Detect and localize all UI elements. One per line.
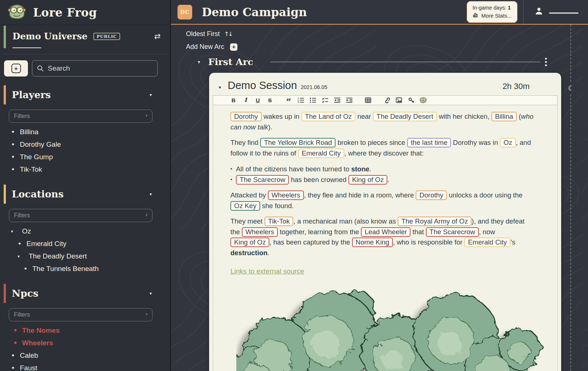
tool-check-list-icon[interactable]: [319, 96, 331, 105]
search-icon: [37, 65, 44, 74]
entity-tag-player[interactable]: Billina: [491, 112, 517, 121]
arc-content: Oldest First ↑↓ Add New Arc + ▾ First Ar…: [171, 25, 588, 371]
players-filters-input[interactable]: [9, 110, 153, 123]
plus-icon: +: [11, 64, 21, 73]
entity-tag-npc[interactable]: King of Oz: [348, 175, 387, 185]
entity-tag-player[interactable]: Tik-Tok: [265, 217, 294, 226]
add-arc-label: Add New Arc: [186, 43, 224, 51]
locations-filters-input[interactable]: [9, 209, 153, 222]
tool-bullet-list-icon[interactable]: [307, 96, 319, 105]
session-editor[interactable]: Dorothy wakes up in The Land of Oz near …: [213, 105, 557, 371]
tool-table-icon[interactable]: [362, 96, 374, 105]
entity-tag-player[interactable]: The Royal Army of Oz: [398, 217, 472, 226]
entity-tag-location[interactable]: Emerald City: [464, 238, 510, 247]
bullet-icon: •: [11, 141, 17, 148]
entity-tag-npc[interactable]: The Scarecrow: [426, 227, 479, 237]
bullet-icon: •: [230, 174, 236, 185]
item-label: Emerald City: [26, 240, 67, 248]
entity-tag-npc[interactable]: Wheelers: [242, 227, 278, 237]
sort-label: Oldest First: [186, 30, 220, 38]
sidebar-sections: Players▾›•Billina•Dorothy Gale•The Gump•…: [0, 85, 170, 371]
bullet-icon: •: [11, 352, 17, 359]
tool-outdent-icon[interactable]: [331, 96, 343, 105]
chevron-right-icon: ›: [146, 112, 148, 119]
app-title: Lore Frog: [33, 6, 97, 19]
tool-key-icon[interactable]: [405, 96, 417, 105]
night-mode-moon-icon[interactable]: ☾: [567, 83, 575, 94]
locations-item[interactable]: •The Tunnels Beneath: [0, 263, 170, 275]
search-input[interactable]: [32, 60, 158, 76]
locations-item[interactable]: ▾Oz: [0, 225, 170, 238]
sidebar: Lore Frog Demo Universe PUBLIC ⇄ +: [0, 0, 171, 371]
section-collapse-caret[interactable]: ▾: [150, 192, 152, 197]
tool-strikethrough-icon[interactable]: S: [264, 96, 276, 105]
chevron-right-icon: ›: [146, 310, 148, 317]
stats-box[interactable]: In-game days: 1 More Stats...: [467, 1, 517, 23]
entity-tag-npc[interactable]: Nome King: [352, 238, 393, 247]
tree-caret-icon: ▾: [18, 254, 24, 258]
locations-item[interactable]: •Emerald City: [0, 238, 170, 250]
entity-tag-npc[interactable]: Wheelers: [268, 190, 304, 200]
universe-block: Demo Universe PUBLIC ⇄: [0, 26, 170, 48]
npcs-item[interactable]: •Caleb: [0, 349, 170, 362]
tree-caret-icon: ▾: [11, 229, 17, 233]
entity-tag-item[interactable]: Oz Key: [230, 201, 260, 211]
campaign-title: Demo Campaign: [202, 6, 307, 19]
bar-chart-icon: [473, 12, 478, 20]
arc-row: ▾ First Arc: [186, 57, 588, 67]
npcs-item[interactable]: •Wheelers: [0, 337, 170, 349]
session-card: ▾ Demo Session 2021.06.05 2h 30m BIUS”12…: [209, 73, 561, 371]
entity-tag-location[interactable]: The Land of Oz: [301, 112, 356, 121]
tool-link-icon[interactable]: [381, 96, 393, 105]
npcs-item[interactable]: •Faust: [0, 362, 170, 371]
entity-tag-npc[interactable]: King of Oz: [230, 238, 269, 247]
add-entity-button[interactable]: +: [4, 60, 28, 76]
tool-bold-icon[interactable]: B: [227, 96, 240, 105]
players-item[interactable]: •The Gump: [0, 151, 170, 163]
tool-ordered-list-icon[interactable]: 123: [295, 96, 307, 105]
entity-tag-location[interactable]: Emerald City: [298, 149, 344, 158]
tool-frog-icon[interactable]: [417, 96, 429, 105]
arc-menu-kebab[interactable]: [545, 58, 547, 66]
user-icon: [534, 6, 544, 18]
players-item[interactable]: •Dorothy Gale: [0, 138, 170, 151]
external-source-link[interactable]: Links to external source: [230, 266, 304, 277]
npcs-filters-input[interactable]: [9, 308, 153, 321]
entity-tag-location[interactable]: The Deadly Desert: [373, 112, 437, 121]
npcs-item[interactable]: •The Nomes: [0, 324, 170, 337]
user-menu[interactable]: [534, 6, 581, 18]
entity-tag-location[interactable]: Oz: [500, 138, 516, 147]
entity-tag-player[interactable]: Dorothy: [416, 190, 447, 200]
item-label: The Tunnels Beneath: [32, 265, 99, 273]
section-collapse-caret[interactable]: ▾: [150, 92, 152, 97]
entity-tag-time[interactable]: the last time: [407, 138, 451, 147]
session-body: Dorothy wakes up in The Land of Oz near …: [230, 111, 536, 277]
entity-tag-road[interactable]: The Yellow Brick Road: [260, 138, 336, 147]
item-label: The Gump: [20, 153, 53, 161]
switch-universe-icon[interactable]: ⇄: [154, 32, 161, 41]
session-collapse-caret[interactable]: ▾: [219, 85, 221, 90]
tool-indent-icon[interactable]: [343, 96, 355, 105]
campaign-badge[interactable]: DC: [178, 5, 192, 19]
entity-tag-player[interactable]: Dorothy: [230, 112, 262, 121]
session-title[interactable]: Demo Session: [228, 79, 297, 92]
entity-tag-npc[interactable]: The Scarecrow: [236, 175, 289, 185]
campaign-header: DC Demo Campaign In-game days: 1 More St…: [171, 0, 588, 25]
arc-collapse-caret[interactable]: ▾: [198, 59, 200, 65]
sidebar-section-players: Players▾›•Billina•Dorothy Gale•The Gump•…: [0, 85, 170, 176]
section-collapse-caret[interactable]: ▾: [150, 291, 152, 296]
tool-blockquote-icon[interactable]: ”: [283, 96, 295, 105]
players-item[interactable]: •Billina: [0, 126, 170, 138]
tool-image-icon[interactable]: [393, 96, 405, 105]
sort-order-button[interactable]: Oldest First ↑↓: [186, 30, 232, 38]
session-paragraph: They meet Tik-Tok, a mechanical man (als…: [230, 216, 536, 258]
entity-tag-npc[interactable]: Lead Wheeler: [361, 227, 410, 237]
players-item[interactable]: •Tik-Tok: [0, 163, 170, 176]
locations-item[interactable]: ▾The Deadly Desert: [0, 250, 170, 263]
tool-italic-icon[interactable]: I: [240, 96, 252, 105]
session-paragraph: They find The Yellow Brick Road broken t…: [230, 138, 536, 158]
app-logo-row[interactable]: Lore Frog: [0, 0, 170, 25]
tool-underline-icon[interactable]: U: [252, 96, 264, 105]
add-new-arc-button[interactable]: Add New Arc +: [186, 43, 237, 51]
session-date: 2021.06.05: [301, 84, 327, 90]
